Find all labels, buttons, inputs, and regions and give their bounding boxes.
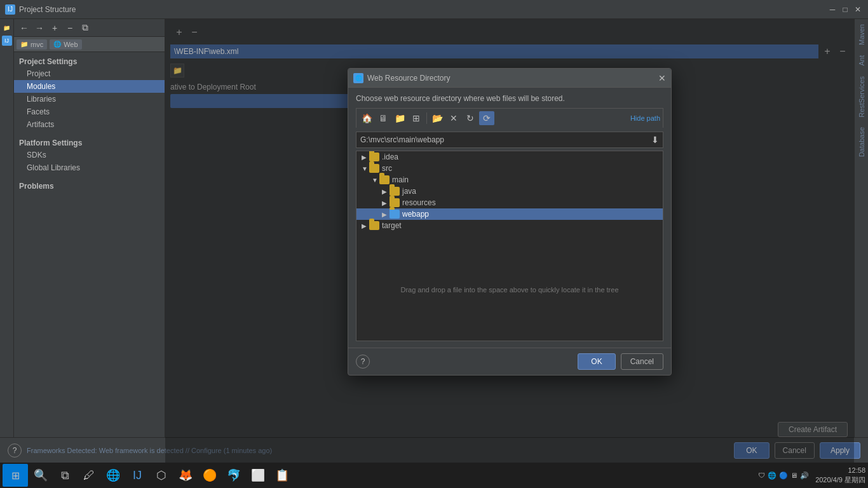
- folder-icon-resources: [390, 198, 400, 207]
- tree-item-resources[interactable]: ▶ resources: [356, 197, 663, 208]
- maven-panel-label[interactable]: Maven: [858, 19, 865, 50]
- dialog-ok-button[interactable]: OK: [578, 353, 615, 370]
- tray-icon-2: 🌐: [768, 471, 776, 480]
- help-button[interactable]: ?: [356, 355, 370, 369]
- taskbar-app-5[interactable]: 🦊: [174, 464, 197, 487]
- dialog-body: Choose web resource directory where web …: [348, 88, 671, 348]
- breadcrumb-mvc[interactable]: 📁 mvc: [17, 39, 47, 50]
- sidebar-item-facets[interactable]: Facets: [14, 105, 165, 118]
- maximize-button[interactable]: □: [840, 4, 850, 15]
- start-button[interactable]: ⊞: [3, 464, 28, 487]
- dialog-description: Choose web resource directory where web …: [356, 94, 663, 103]
- title-bar: IJ Project Structure ─ □ ✕: [0, 0, 868, 19]
- toolbar-separator: [426, 112, 427, 124]
- tray-icon-5: 🔊: [800, 471, 809, 480]
- taskbar: ⊞ 🔍 ⧉ 🖊 🌐 IJ ⬡ 🦊 🟠 🐬 ⬜ 📋 🛡 🌐 🔵 🖥 🔊 12:58…: [0, 463, 868, 488]
- folder-icon-src: [369, 164, 379, 173]
- dialog-icon: 🌐: [353, 73, 363, 83]
- dialog-footer: ? OK Cancel: [348, 348, 671, 375]
- tree-label-idea: .idea: [382, 152, 398, 161]
- panel-toolbar: ← → + − ⧉: [14, 19, 165, 37]
- tree-label-main: main: [392, 175, 409, 184]
- main-help-button[interactable]: ?: [8, 444, 22, 458]
- search-taskbar[interactable]: 🔍: [29, 464, 52, 487]
- file-tree[interactable]: ▶ .idea ▼ src ▼: [356, 151, 663, 341]
- copy-button[interactable]: ⧉: [79, 22, 92, 34]
- tree-item-main[interactable]: ▼ main: [356, 174, 663, 186]
- hide-path-button[interactable]: Hide path: [630, 114, 660, 122]
- database-panel-label[interactable]: Database: [858, 122, 865, 162]
- arrow-resources: ▶: [382, 200, 390, 207]
- back-button[interactable]: ←: [18, 22, 31, 34]
- sidebar-item-modules[interactable]: Modules: [14, 80, 165, 93]
- sidebar-item-global-libraries[interactable]: Global Libraries: [14, 161, 165, 174]
- window-controls[interactable]: ─ □ ✕: [827, 4, 863, 15]
- tree-item-webapp[interactable]: ▶ webapp: [356, 208, 663, 220]
- folder-icon-java: [390, 187, 400, 196]
- window-title: Project Structure: [19, 5, 76, 14]
- taskbar-app-3[interactable]: IJ: [126, 464, 149, 487]
- download-button[interactable]: ⬇: [648, 132, 663, 147]
- remove-button[interactable]: −: [64, 22, 76, 34]
- path-input[interactable]: [356, 135, 648, 144]
- delete-button[interactable]: ✕: [446, 111, 461, 125]
- project-icon[interactable]: 📁: [1, 22, 13, 34]
- problems-header: Problems: [14, 179, 165, 192]
- arrow-src: ▼: [362, 165, 369, 172]
- tray-icon-4: 🖥: [790, 471, 797, 479]
- refresh-button[interactable]: ↻: [463, 111, 478, 125]
- project-settings-header: Project Settings: [14, 55, 165, 67]
- sidebar-item-artifacts[interactable]: Artifacts: [14, 118, 165, 131]
- home-button[interactable]: 🏠: [359, 111, 374, 125]
- sidebar-item-libraries[interactable]: Libraries: [14, 93, 165, 105]
- minimize-button[interactable]: ─: [827, 4, 837, 15]
- toggle-button[interactable]: ⟳: [479, 111, 494, 125]
- taskbar-app-1[interactable]: 🖊: [78, 464, 100, 487]
- arrow-main: ▼: [372, 177, 379, 184]
- desktop-button[interactable]: 🖥: [376, 111, 391, 125]
- dialog-title: Web Resource Directory: [367, 74, 451, 83]
- arrow-webapp: ▶: [382, 211, 390, 218]
- tree-item-src[interactable]: ▼ src: [356, 163, 663, 174]
- taskbar-app-6[interactable]: 🟠: [198, 464, 221, 487]
- taskbar-clock: 12:58 2020/4/9 星期四: [815, 466, 865, 485]
- rest-services-label[interactable]: RestServices: [858, 71, 865, 123]
- sidebar-item-sdks[interactable]: SDKs: [14, 149, 165, 161]
- tree-label-target: target: [382, 221, 402, 230]
- web-resource-dialog: 🌐 Web Resource Directory ✕ Choose web re…: [348, 68, 672, 376]
- dialog-overlay: 🌐 Web Resource Directory ✕ Choose web re…: [165, 19, 854, 463]
- taskbar-app-4[interactable]: ⬡: [150, 464, 173, 487]
- add-button[interactable]: +: [48, 22, 61, 34]
- folder-icon-idea: [369, 152, 379, 161]
- sidebar-item-project[interactable]: Project: [14, 67, 165, 80]
- folder-icon-main: [379, 175, 390, 184]
- left-activity-strip: 📁 IJ: [0, 19, 14, 463]
- new-folder-button[interactable]: 📁: [392, 111, 407, 125]
- breadcrumb-web[interactable]: 🌐 Web: [50, 39, 81, 50]
- dialog-cancel-button[interactable]: Cancel: [621, 353, 663, 370]
- taskview-button[interactable]: ⧉: [53, 464, 76, 487]
- dialog-close-button[interactable]: ✕: [658, 73, 666, 83]
- project-settings-panel: ← → + − ⧉ 📁 mvc 🌐 Web Project Settings P…: [14, 19, 165, 463]
- tree-label-java: java: [402, 187, 416, 196]
- taskbar-app-7[interactable]: 🐬: [222, 464, 245, 487]
- close-button[interactable]: ✕: [853, 4, 863, 15]
- main-layout: 📁 IJ ← → + − ⧉ 📁 mvc 🌐 Web Project Setti…: [0, 19, 868, 463]
- intellij-icon[interactable]: IJ: [2, 36, 12, 46]
- settings-tree: Project Settings Project Modules Librari…: [14, 52, 165, 463]
- select-folder-button[interactable]: 📂: [430, 111, 445, 125]
- arrow-idea: ▶: [362, 154, 369, 161]
- module-breadcrumb: 📁 mvc 🌐 Web: [14, 37, 165, 52]
- taskbar-app-9[interactable]: 📋: [271, 464, 294, 487]
- forward-button[interactable]: →: [33, 22, 46, 34]
- tree-label-webapp: webapp: [402, 210, 429, 219]
- taskbar-app-2[interactable]: 🌐: [102, 464, 125, 487]
- tree-item-java[interactable]: ▶ java: [356, 186, 663, 197]
- expand-button[interactable]: ⊞: [409, 111, 424, 125]
- path-bar: ⬇: [356, 132, 663, 148]
- ant-panel-label[interactable]: Ant: [858, 50, 865, 71]
- tray-icon-1: 🛡: [758, 471, 765, 479]
- tree-item-idea[interactable]: ▶ .idea: [356, 151, 663, 163]
- tree-item-target[interactable]: ▶ target: [356, 220, 663, 231]
- taskbar-app-8[interactable]: ⬜: [247, 464, 269, 487]
